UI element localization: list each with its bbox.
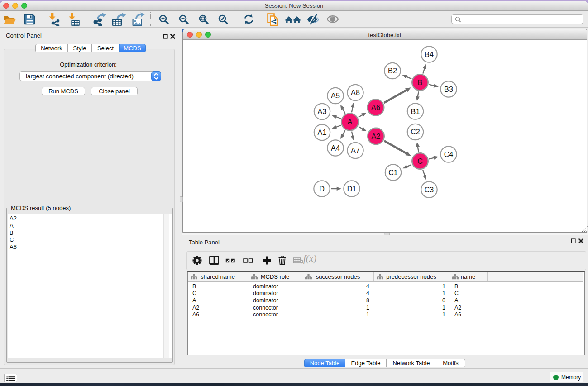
svg-text:C1: C1 (388, 168, 398, 176)
svg-text:A7: A7 (351, 146, 360, 154)
svg-text:B3: B3 (444, 85, 453, 93)
svg-text:D1: D1 (347, 185, 357, 193)
svg-text:B: B (418, 78, 423, 86)
svg-text:A5: A5 (331, 91, 340, 100)
svg-text:B1: B1 (411, 107, 420, 115)
svg-text:D: D (319, 185, 325, 193)
svg-text:C: C (417, 157, 423, 165)
svg-text:C3: C3 (425, 186, 434, 194)
svg-text:A8: A8 (351, 88, 360, 96)
svg-text:A: A (348, 118, 353, 126)
svg-text:A6: A6 (371, 103, 380, 111)
svg-text:B4: B4 (425, 50, 434, 58)
svg-text:B2: B2 (388, 67, 397, 75)
svg-text:A2: A2 (372, 132, 381, 140)
svg-text:A1: A1 (318, 128, 327, 136)
svg-text:C2: C2 (411, 128, 420, 136)
svg-text:C4: C4 (444, 150, 454, 158)
svg-text:A4: A4 (331, 144, 340, 152)
svg-text:A3: A3 (318, 107, 327, 115)
